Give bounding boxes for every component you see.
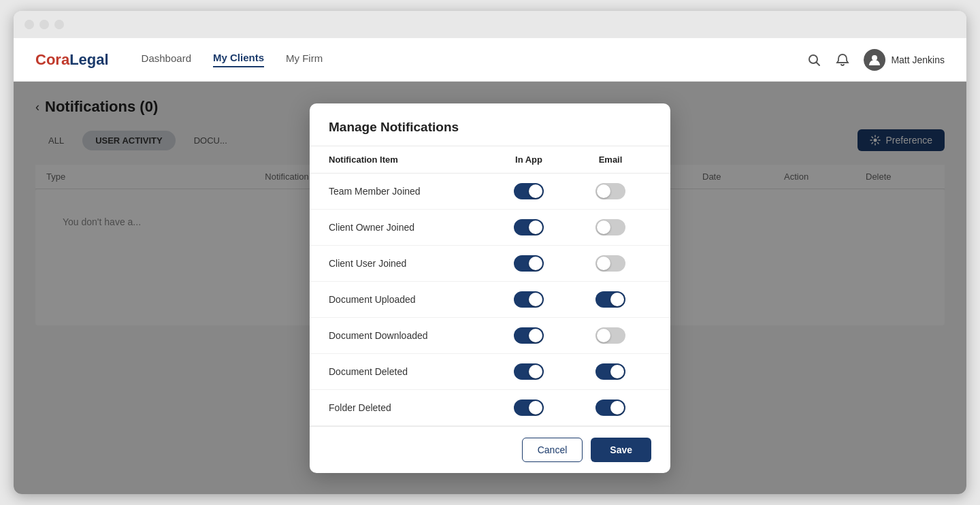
toggle-inapp-7[interactable] <box>514 400 544 416</box>
cancel-button[interactable]: Cancel <box>522 438 583 462</box>
search-icon[interactable] <box>806 52 821 67</box>
toggle-inapp-3[interactable] <box>514 255 544 272</box>
toggle-client-user-email[interactable] <box>570 255 651 272</box>
toggle-doc-deleted-inapp[interactable] <box>488 363 570 380</box>
notif-row-folder-deleted: Folder Deleted <box>310 390 670 426</box>
nav-right: Matt Jenkins <box>806 49 945 71</box>
app-container: CoraLegal Dashboard My Clients My Firm <box>14 38 966 494</box>
col-in-app: In App <box>488 154 570 165</box>
svg-point-2 <box>872 55 877 61</box>
save-button[interactable]: Save <box>591 438 651 462</box>
toggle-email-7[interactable] <box>595 400 625 416</box>
toggle-inapp-5[interactable] <box>514 327 544 344</box>
top-nav: CoraLegal Dashboard My Clients My Firm <box>14 38 966 82</box>
notif-row-document-deleted: Document Deleted <box>310 354 670 390</box>
modal-title: Manage Notifications <box>329 120 651 135</box>
notif-label-client-owner-joined: Client Owner Joined <box>329 222 488 233</box>
nav-my-clients[interactable]: My Clients <box>213 52 264 67</box>
user-menu[interactable]: Matt Jenkins <box>864 49 945 71</box>
notif-row-document-downloaded: Document Downloaded <box>310 318 670 354</box>
svg-line-1 <box>817 62 820 65</box>
toggle-email-4[interactable] <box>595 291 625 308</box>
main-content: ‹ Notifications (0) ALL USER ACTIVITY DO… <box>14 82 966 494</box>
notif-label-document-uploaded: Document Uploaded <box>329 294 488 305</box>
col-notif-item: Notification Item <box>329 154 488 165</box>
notif-row-document-uploaded: Document Uploaded <box>310 282 670 318</box>
nav-dashboard[interactable]: Dashboard <box>142 52 191 67</box>
toggle-doc-downloaded-inapp[interactable] <box>488 327 570 344</box>
toggle-inapp-4[interactable] <box>514 291 544 308</box>
toggle-doc-uploaded-email[interactable] <box>570 291 651 308</box>
logo: CoraLegal <box>35 51 109 69</box>
notif-label-team-member-joined: Team Member Joined <box>329 186 488 197</box>
notif-table-header: Notification Item In App Email <box>310 146 670 174</box>
notification-icon[interactable] <box>835 52 850 67</box>
logo-legal: Legal <box>69 51 108 68</box>
toggle-doc-uploaded-inapp[interactable] <box>488 291 570 308</box>
toggle-doc-downloaded-email[interactable] <box>570 327 651 344</box>
browser-window: CoraLegal Dashboard My Clients My Firm <box>14 11 966 494</box>
avatar <box>864 49 885 71</box>
toggle-client-owner-inapp[interactable] <box>488 219 570 235</box>
toggle-client-user-inapp[interactable] <box>488 255 570 272</box>
modal-body[interactable]: Notification Item In App Email Team Memb… <box>310 146 670 426</box>
toggle-email-1[interactable] <box>595 183 625 199</box>
notif-label-document-downloaded: Document Downloaded <box>329 330 488 341</box>
notif-row-client-owner-joined: Client Owner Joined <box>310 210 670 246</box>
modal-overlay: Manage Notifications Notification Item I… <box>14 82 966 494</box>
toggle-inapp-2[interactable] <box>514 219 544 235</box>
toggle-email-6[interactable] <box>595 363 625 380</box>
minimize-button[interactable] <box>39 20 49 29</box>
maximize-button[interactable] <box>54 20 64 29</box>
col-email: Email <box>570 154 651 165</box>
notif-label-document-deleted: Document Deleted <box>329 366 488 377</box>
notif-row-team-member-joined: Team Member Joined <box>310 174 670 210</box>
toggle-email-5[interactable] <box>595 327 625 344</box>
toggle-email-3[interactable] <box>595 255 625 272</box>
close-button[interactable] <box>24 20 34 29</box>
manage-notifications-modal: Manage Notifications Notification Item I… <box>310 103 670 473</box>
logo-cora: Cora <box>35 51 69 68</box>
toggle-email-2[interactable] <box>595 219 625 235</box>
toggle-team-member-inapp[interactable] <box>488 183 570 199</box>
toggle-inapp-1[interactable] <box>514 183 544 199</box>
toggle-folder-deleted-email[interactable] <box>570 400 651 416</box>
toggle-folder-deleted-inapp[interactable] <box>488 400 570 416</box>
notif-row-client-user-joined: Client User Joined <box>310 246 670 282</box>
nav-links: Dashboard My Clients My Firm <box>142 52 807 67</box>
notif-label-client-user-joined: Client User Joined <box>329 258 488 269</box>
modal-footer: Cancel Save <box>310 426 670 473</box>
toggle-team-member-email[interactable] <box>570 183 651 199</box>
title-bar <box>14 11 966 38</box>
toggle-doc-deleted-email[interactable] <box>570 363 651 380</box>
notif-label-folder-deleted: Folder Deleted <box>329 402 488 413</box>
modal-header: Manage Notifications <box>310 103 670 146</box>
nav-my-firm[interactable]: My Firm <box>286 52 323 67</box>
toggle-client-owner-email[interactable] <box>570 219 651 235</box>
toggle-inapp-6[interactable] <box>514 363 544 380</box>
user-name: Matt Jenkins <box>891 54 945 65</box>
